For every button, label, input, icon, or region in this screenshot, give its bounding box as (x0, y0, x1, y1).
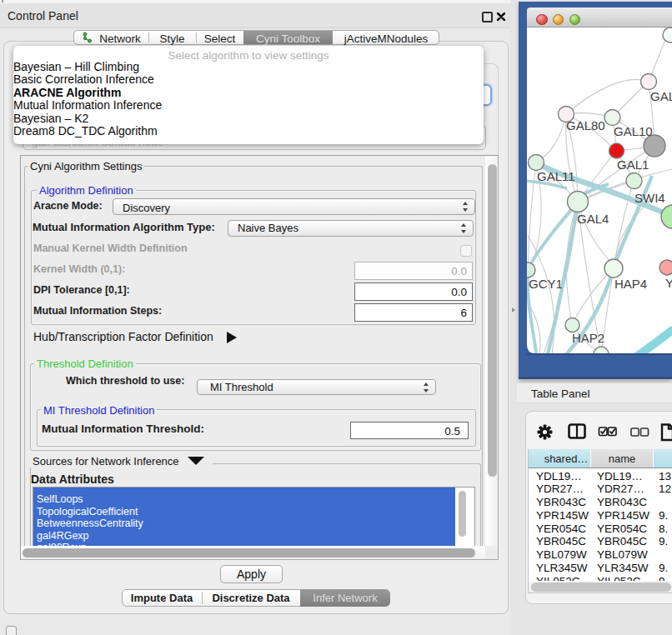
svg-text:GAL80: GAL80 (566, 118, 605, 132)
svg-text:GAL10: GAL10 (614, 124, 653, 138)
svg-text:GAL4: GAL4 (577, 212, 609, 226)
svg-text:Y: Y (665, 276, 672, 290)
svg-text:HAP4: HAP4 (614, 277, 647, 291)
svg-text:HAP2: HAP2 (572, 331, 604, 345)
svg-text:GAL: GAL (650, 89, 672, 103)
svg-text:SWI4: SWI4 (634, 191, 665, 205)
svg-text:GCY1: GCY1 (529, 277, 563, 291)
svg-text:GAL11: GAL11 (537, 169, 575, 183)
svg-text:GAL1: GAL1 (617, 158, 649, 172)
